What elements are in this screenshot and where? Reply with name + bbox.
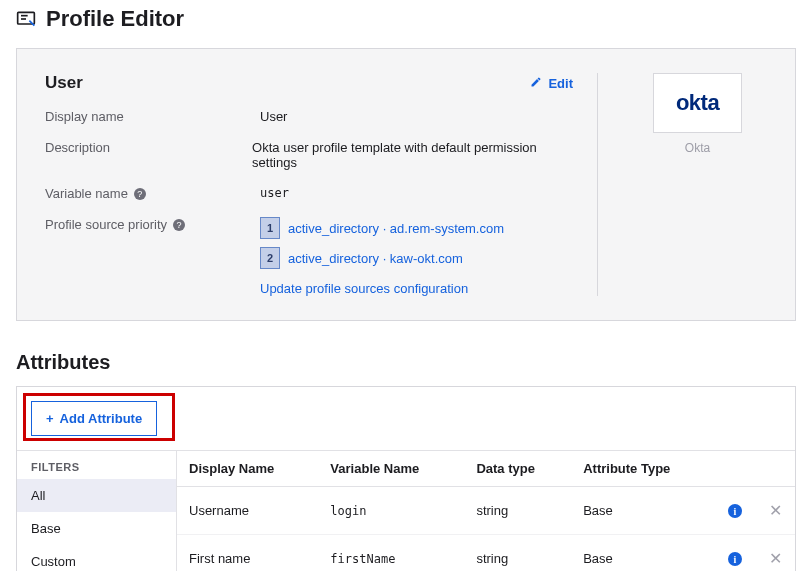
cell-display: First name [177,535,318,572]
display-name-value: User [260,109,287,124]
edit-label: Edit [548,76,573,91]
priority-badge: 1 [260,217,280,239]
description-label: Description [45,140,252,155]
page-title: Profile Editor [46,6,184,32]
profile-editor-icon [16,9,36,29]
priority-source: 2 active_directory · kaw-okt.com [260,247,504,269]
add-attribute-label: Add Attribute [60,411,143,426]
profile-priority-label: Profile source priority [45,217,167,232]
priority-badge: 2 [260,247,280,269]
cell-type: string [464,487,571,535]
filter-base[interactable]: Base [17,512,176,545]
variable-name-value: user [260,186,289,200]
description-value: Okta user profile template with default … [252,140,573,170]
cell-attr: Base [571,535,715,572]
col-attribute-type: Attribute Type [571,451,715,487]
user-heading: User [45,73,83,93]
col-variable-name: Variable Name [318,451,464,487]
attributes-heading: Attributes [0,321,812,386]
attributes-table: Display Name Variable Name Data type Att… [177,450,795,571]
filters-heading: FILTERS [17,450,176,479]
variable-name-label: Variable name [45,186,128,201]
pencil-icon [530,76,542,91]
update-sources-link[interactable]: Update profile sources configuration [260,281,504,296]
filter-all[interactable]: All [17,479,176,512]
add-attribute-button[interactable]: + Add Attribute [31,401,157,436]
filter-custom[interactable]: Custom [17,545,176,571]
col-data-type: Data type [464,451,571,487]
col-display-name: Display Name [177,451,318,487]
remove-icon[interactable]: ✕ [769,502,782,519]
brand-label: Okta [628,141,767,155]
help-icon[interactable]: ? [134,188,146,200]
info-icon[interactable]: i [728,552,742,566]
user-card: User Edit Display name User Description … [16,48,796,321]
cell-display: Username [177,487,318,535]
table-row: First name firstName string Base i ✕ [177,535,795,572]
table-row: Username login string Base i ✕ [177,487,795,535]
brand-logo-box: okta [653,73,742,133]
plus-icon: + [46,411,54,426]
display-name-label: Display name [45,109,260,124]
attributes-panel: + Add Attribute FILTERS All Base Custom … [16,386,796,571]
edit-button[interactable]: Edit [530,76,573,91]
info-icon[interactable]: i [728,504,742,518]
cell-type: string [464,535,571,572]
cell-var: firstName [318,535,464,572]
okta-logo: okta [676,90,719,115]
help-icon[interactable]: ? [173,219,185,231]
priority-source-link[interactable]: active_directory · kaw-okt.com [288,251,463,266]
priority-source-link[interactable]: active_directory · ad.rem-system.com [288,221,504,236]
priority-source: 1 active_directory · ad.rem-system.com [260,217,504,239]
cell-attr: Base [571,487,715,535]
remove-icon[interactable]: ✕ [769,550,782,567]
cell-var: login [318,487,464,535]
